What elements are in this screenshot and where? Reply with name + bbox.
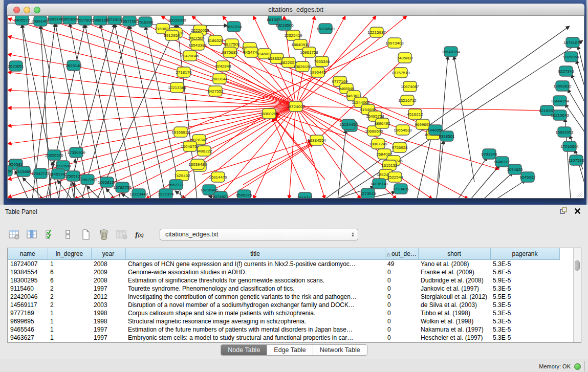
column-header-short[interactable]: short [418,248,490,259]
graph-node[interactable]: 16961758 [300,47,318,57]
graph-node[interactable]: 7955346 [314,56,330,67]
graph-node[interactable]: 14136141 [370,179,388,189]
graph-node[interactable]: 4516212 [407,109,423,119]
graph-node[interactable]: 9329966 [563,52,579,62]
graph-node[interactable]: 7485083 [397,53,413,63]
column-header-pagerank[interactable]: pagerank [490,248,559,259]
graph-node[interactable]: 8896492 [374,118,390,128]
graph-node[interactable]: 18757510 [391,68,410,78]
graph-node[interactable]: 12444154 [551,96,569,106]
close-window-button[interactable] [13,7,20,13]
graph-node[interactable]: 391590 [8,166,13,176]
graph-node[interactable]: 9338561 [439,131,455,141]
graph-node[interactable]: 22420046 [181,51,199,61]
graph-node[interactable]: 2803144 [211,74,228,84]
graph-node[interactable]: 1273545 [360,188,376,199]
graph-node[interactable]: 17339939 [67,147,85,158]
table-row[interactable]: 1830029562008Estimation of significance … [8,276,559,285]
graph-node[interactable]: 9875685 [222,47,238,57]
delete-columns-button[interactable] [97,228,111,242]
resize-grip-icon[interactable] [576,190,583,197]
graph-node[interactable]: 19654923 [394,125,412,135]
table-row[interactable]: 2242004622012Investigating the contribut… [8,293,559,301]
graph-node[interactable]: 17016504 [560,141,579,151]
graph-node[interactable]: 19166827 [171,127,190,137]
network-window-titlebar[interactable]: citations_edges.txt [7,4,584,16]
graph-node[interactable]: 16782759 [113,182,132,192]
graph-node[interactable]: 16210643 [551,110,569,120]
graph-node[interactable]: 2405572 [14,16,30,25]
graph-node[interactable]: 1094625 [507,164,523,174]
tab-network-table[interactable]: Network Table [313,345,367,355]
unselect-all-button[interactable] [61,228,75,242]
create-new-column-button[interactable] [79,228,93,242]
graph-node[interactable]: 15692951 [555,127,574,137]
graph-node[interactable]: 8595375 [236,190,252,199]
graph-node[interactable]: 7425402 [174,170,190,181]
graph-node[interactable]: 16671585 [120,16,139,26]
table-header[interactable]: namein_degreeyeartitle△out_de…shortpager… [8,248,559,259]
graph-node[interactable]: 9657771 [168,180,184,190]
graph-node[interactable]: 15134454 [339,119,358,132]
graph-node[interactable]: 16033809 [168,16,186,25]
delete-table-button[interactable] [115,228,128,242]
table-row[interactable]: 946554611997Estimation of the future num… [8,325,559,334]
close-panel-icon[interactable] [574,208,581,216]
graph-node[interactable]: 1227374 [158,189,174,199]
graph-node[interactable]: 1115689 [16,166,32,177]
graph-node[interactable]: 1990445 [310,67,326,77]
graph-node[interactable]: 12323448 [129,189,148,199]
graph-node[interactable]: 17957259 [78,174,97,185]
table-row[interactable]: 946362711997Embryonic stem cells: a mode… [8,334,559,342]
graph-node[interactable]: 12093832 [553,81,572,91]
graph-node[interactable]: 18724007 [287,101,305,112]
graph-node[interactable]: 10653287 [60,16,79,24]
graph-node[interactable]: 10674087 [401,81,419,92]
column-header-name[interactable]: name [8,248,48,259]
table-row[interactable]: 911546021997Tourette syndrome. Phenomeno… [8,285,559,293]
graph-node[interactable]: 8912954 [164,30,180,40]
graph-node[interactable]: 1615132 [381,160,398,170]
table-row[interactable]: 969969511998Structural magnetic resonanc… [8,317,559,325]
graph-node[interactable]: 7518306 [137,17,154,27]
change-table-mode-button[interactable] [7,228,21,242]
graph-node[interactable]: 9227343 [558,66,574,76]
graph-node[interactable]: 9242848 [215,61,231,71]
column-header-year[interactable]: year [91,248,125,259]
graph-node[interactable]: 15124549 [316,24,335,34]
graph-node[interactable]: 12213389 [168,82,186,93]
tab-edge-table[interactable]: Edge Table [267,345,313,355]
graph-node[interactable]: 9074927 [212,191,229,199]
graph-node[interactable]: 9498222 [196,146,212,156]
graph-node[interactable]: 16039489 [188,159,207,171]
graph-node[interactable]: 2522544 [387,172,403,182]
graph-node[interactable]: 18300295 [260,108,278,119]
tab-node-table[interactable]: Node Table [221,345,267,355]
function-builder-button[interactable]: f(x) [133,228,146,242]
graph-node[interactable]: 13216712 [398,95,417,105]
graph-node[interactable]: 13626156 [293,61,312,72]
graph-node[interactable]: 18807249 [369,139,387,149]
float-panel-icon[interactable] [560,207,567,216]
network-canvas[interactable]: 1872400718300295716382288601282222605898… [7,16,584,199]
table-row[interactable]: 977716911998Corpus callosum shape and si… [8,309,559,317]
table-row[interactable]: 1872400712008Changes of HCN gene express… [8,259,559,268]
graph-node[interactable]: 19384554 [308,135,326,145]
maximize-window-button[interactable] [34,7,40,13]
minimize-window-button[interactable] [24,7,30,13]
graph-node[interactable]: 16648784 [442,47,460,57]
graph-node[interactable]: 9245012 [519,172,536,182]
graph-node[interactable]: 8427552 [207,86,224,96]
table-body[interactable]: 1872400712008Changes of HCN gene express… [8,259,559,342]
graph-node[interactable]: 6791946 [481,149,497,159]
graph-node[interactable]: 2718176 [176,67,192,77]
select-all-button[interactable] [43,228,57,242]
graph-node[interactable]: 1733426 [393,184,409,194]
graph-node[interactable]: 16914479 [209,172,227,182]
show-columns-button[interactable] [25,228,39,242]
scrollbar-thumb[interactable] [575,260,580,271]
graph-node[interactable]: 7857224 [226,21,242,32]
table-scrollbar[interactable] [573,248,581,342]
table-source-select[interactable]: citations_edges.txt ▲▼ [160,229,358,240]
graph-node[interactable]: 15751074 [563,37,582,48]
